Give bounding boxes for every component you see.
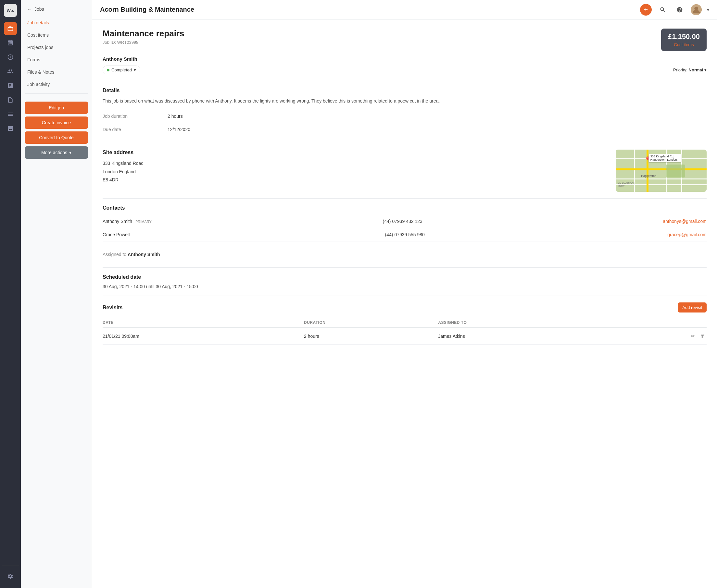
job-client-name: Anthony Smith: [103, 56, 706, 62]
nav-icon-briefcase[interactable]: [4, 22, 17, 35]
divider-3: [103, 198, 706, 198]
contacts-title: Contacts: [103, 205, 706, 211]
address-line1: 333 Kingsland Road: [103, 159, 605, 167]
job-title: Maintenance repairs: [103, 28, 184, 39]
job-id-value: WRT23998: [117, 40, 139, 45]
contact-primary-badge-0: PRIMARY: [136, 220, 152, 224]
topbar-title: Acorn Building & Maintenance: [100, 6, 640, 13]
sidebar-back-label: Jobs: [35, 6, 44, 12]
th-duration: DURATION: [304, 320, 438, 325]
sidebar-item-forms[interactable]: Forms: [23, 54, 89, 66]
contacts-section: Contacts Anthony Smith PRIMARY (44) 0793…: [103, 205, 706, 241]
contact-email-1[interactable]: gracep@gmail.com: [667, 232, 706, 237]
nav-icon-document[interactable]: [4, 93, 17, 106]
sidebar-nav: Job details Cost items Projects jobs For…: [21, 17, 92, 91]
map-label: 333 Kingsland Rd,Haggerston, London...: [649, 154, 681, 162]
due-date-value: 12/12/2020: [167, 127, 190, 132]
priority-chevron-icon[interactable]: ▾: [704, 67, 706, 72]
details-title: Details: [103, 88, 706, 93]
search-button[interactable]: [657, 4, 669, 16]
job-id: Job ID: WRT23998: [103, 40, 184, 45]
site-address: Site address 333 Kingsland Road London E…: [103, 150, 605, 192]
status-label: Completed: [111, 67, 132, 72]
assigned-label: Assigned to: [103, 252, 126, 257]
add-button[interactable]: +: [640, 4, 652, 16]
nav-icon-reports[interactable]: [4, 79, 17, 92]
topbar: Acorn Building & Maintenance + ▾: [92, 0, 717, 19]
add-revisit-button[interactable]: Add revisit: [678, 302, 706, 313]
assigned-to-name: Anthony Smith: [128, 252, 160, 257]
app-logo: We.: [4, 4, 17, 17]
divider-1: [103, 81, 706, 81]
user-avatar[interactable]: [691, 4, 702, 15]
sidebar-divider: [25, 93, 88, 94]
contact-name-1: Grace Powell: [103, 232, 385, 237]
content-area: Maintenance repairs Job ID: WRT23998 £1,…: [92, 19, 717, 588]
map-haggerston-label: Haggerston: [641, 174, 656, 177]
main: Acorn Building & Maintenance + ▾: [92, 0, 717, 588]
sidebar-item-cost-items[interactable]: Cost items: [23, 29, 89, 41]
more-actions-button[interactable]: More actions ▾: [25, 146, 88, 159]
priority-value: Normal: [689, 67, 703, 72]
contact-phone-1: (44) 07939 555 980: [385, 232, 668, 237]
sidebar-item-job-activity[interactable]: Job activity: [23, 79, 89, 90]
cost-box: £1,150.00 Cost items: [661, 28, 706, 51]
sidebar-back-button[interactable]: ← Jobs: [21, 0, 92, 17]
th-actions: [639, 320, 706, 325]
nav-icon-gallery[interactable]: [4, 122, 17, 135]
job-duration-row: Job duration 2 hours: [103, 110, 706, 123]
due-date-label: Due date: [103, 127, 167, 132]
priority-label: Priority: Normal ▾: [673, 67, 706, 72]
divider-2: [103, 143, 706, 143]
nav-icon-settings[interactable]: [4, 570, 17, 583]
job-description: This job is based on what was discussed …: [103, 97, 706, 104]
revisit-duration-0: 2 hours: [304, 334, 438, 339]
revisits-header: Revisits Add revisit: [103, 302, 706, 313]
contact-row-1: Grace Powell (44) 07939 555 980 gracep@g…: [103, 228, 706, 241]
map-bg: 📍 333 Kingsland Rd,Haggerston, London...…: [616, 150, 706, 192]
map-container[interactable]: 📍 333 Kingsland Rd,Haggerston, London...…: [616, 150, 706, 192]
contact-phone-0: (44) 07939 432 123: [383, 219, 663, 224]
revisits-table-header: DATE DURATION ASSIGNED TO: [103, 318, 706, 328]
divider-5: [103, 296, 706, 296]
scheduled-title: Scheduled date: [103, 274, 706, 280]
cost-items-link[interactable]: Cost items: [668, 42, 700, 47]
sidebar: ← Jobs Job details Cost items Projects j…: [21, 0, 92, 588]
status-chevron-icon: ▾: [134, 67, 136, 72]
nav-icon-calendar[interactable]: [4, 36, 17, 49]
address-text: 333 Kingsland Road London England E8 4DR: [103, 159, 605, 184]
contact-name-0: Anthony Smith PRIMARY: [103, 219, 383, 224]
revisits-title: Revisits: [103, 305, 122, 311]
contact-email-0[interactable]: anthonys@gmail.com: [663, 219, 706, 224]
user-menu-chevron[interactable]: ▾: [707, 7, 709, 12]
sidebar-item-job-details[interactable]: Job details: [23, 17, 89, 28]
revisit-assigned-0: James Atkins: [438, 334, 639, 339]
sidebar-item-projects-jobs[interactable]: Projects jobs: [23, 42, 89, 53]
map-de-beauvoir-label: DE BEAUVOIRTOWN: [618, 182, 635, 187]
divider-4: [103, 267, 706, 268]
scheduled-section: Scheduled date 30 Aug, 2021 - 14:00 unti…: [103, 274, 706, 289]
due-date-row: Due date 12/12/2020: [103, 123, 706, 136]
nav-icon-users[interactable]: [4, 65, 17, 78]
th-date: DATE: [103, 320, 304, 325]
revisit-row-0: 21/01/21 09:00am 2 hours James Atkins ✏ …: [103, 328, 706, 344]
revisit-date-0: 21/01/21 09:00am: [103, 334, 304, 339]
sidebar-item-files-notes[interactable]: Files & Notes: [23, 66, 89, 78]
icon-bar: We.: [0, 0, 21, 588]
revisit-edit-button-0[interactable]: ✏: [690, 332, 696, 340]
status-badge[interactable]: Completed ▾: [103, 66, 140, 74]
status-row: Completed ▾ Priority: Normal ▾: [103, 66, 706, 74]
job-duration-label: Job duration: [103, 113, 167, 119]
topbar-actions: + ▾: [640, 4, 709, 16]
nav-icon-clock[interactable]: [4, 50, 17, 64]
revisit-delete-button-0[interactable]: 🗑: [699, 332, 706, 340]
edit-job-button[interactable]: Edit job: [25, 102, 88, 114]
nav-icon-menu[interactable]: [4, 108, 17, 121]
status-dot: [107, 69, 109, 71]
create-invoice-button[interactable]: Create invoice: [25, 117, 88, 129]
job-id-label: Job ID:: [103, 40, 116, 45]
convert-to-quote-button[interactable]: Convert to Quote: [25, 131, 88, 144]
plus-icon: +: [644, 5, 648, 14]
help-button[interactable]: [674, 4, 685, 16]
more-actions-label: More actions: [41, 150, 67, 155]
